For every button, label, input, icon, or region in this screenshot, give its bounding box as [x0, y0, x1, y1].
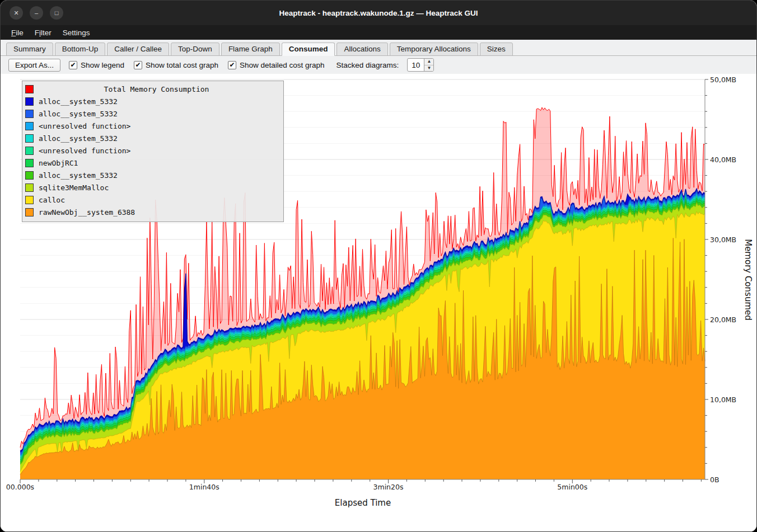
chart-area: 00.000s1min40s3min20s5min00s0B10,0MB20,0…: [1, 74, 757, 532]
tab-caller-callee[interactable]: Caller / Callee: [107, 43, 169, 56]
legend-color-swatch: [25, 147, 34, 155]
minimize-icon: –: [35, 10, 38, 16]
checkbox-label: Show detailed cost graph: [240, 61, 325, 69]
menu-filter[interactable]: Filter: [30, 27, 57, 39]
legend-item-label: <unresolved function>: [39, 147, 130, 155]
checkbox-label: Show legend: [81, 61, 124, 69]
menubar: FileFilterSettings: [1, 25, 756, 40]
tab-bottom-up[interactable]: Bottom-Up: [55, 43, 106, 56]
menu-file[interactable]: File: [6, 27, 29, 39]
legend-item-sqlite3memmalloc: sqlite3MemMalloc: [25, 181, 279, 194]
app-window: ✕–□ Heaptrack - heaptrack.wakunode.1.gz …: [0, 0, 757, 532]
legend-item-alloc-system-5332: alloc__system_5332: [25, 132, 279, 144]
close-button[interactable]: ✕: [10, 6, 23, 20]
checkbox-show-legend[interactable]: ✔Show legend: [69, 61, 124, 69]
tab-sizes[interactable]: Sizes: [480, 43, 513, 56]
spinbox-down-arrow[interactable]: ▼: [424, 65, 433, 72]
svg-text:0B: 0B: [710, 475, 719, 484]
stacked-diagrams-label: Stacked diagrams:: [337, 61, 399, 69]
checkmark-icon: ✔: [69, 61, 77, 69]
legend-item-label: alloc__system_5332: [39, 97, 118, 106]
titlebar: ✕–□ Heaptrack - heaptrack.wakunode.1.gz …: [1, 1, 756, 25]
legend-color-swatch: [25, 196, 34, 204]
maximize-icon: □: [55, 10, 59, 16]
chart-legend: Total Memory Consumption alloc__system_5…: [22, 81, 284, 222]
legend-title-row: Total Memory Consumption: [25, 83, 279, 95]
toolbar: Export As... ✔Show legend✔Show total cos…: [1, 56, 756, 74]
legend-item-calloc: calloc: [25, 194, 279, 206]
legend-item-label: alloc__system_5332: [39, 110, 118, 118]
legend-item-label: sqlite3MemMalloc: [39, 183, 109, 192]
window-controls: ✕–□: [10, 1, 63, 25]
checkbox-label: Show total cost graph: [146, 61, 218, 69]
legend-item-label: calloc: [39, 196, 65, 204]
legend-item-alloc-system-5332: alloc__system_5332: [25, 107, 279, 120]
toolbar-checkboxes: ✔Show legend✔Show total cost graph✔Show …: [69, 61, 325, 69]
legend-item-newobjrc1: newObjRC1: [25, 157, 279, 169]
tab-top-down[interactable]: Top-Down: [171, 43, 219, 56]
legend-item-alloc-system-5332: alloc__system_5332: [25, 95, 279, 107]
legend-items: alloc__system_5332alloc__system_5332<unr…: [25, 95, 279, 218]
legend-item-label: newObjRC1: [39, 159, 78, 167]
checkbox-show-detailed-cost-graph[interactable]: ✔Show detailed cost graph: [228, 61, 325, 69]
legend-item-label: alloc__system_5332: [39, 171, 118, 180]
export-as-button[interactable]: Export As...: [8, 59, 60, 72]
legend-color-swatch: [25, 183, 34, 192]
svg-text:30,0MB: 30,0MB: [710, 236, 736, 244]
legend-color-swatch: [25, 134, 34, 143]
legend-title: Total Memory Consumption: [34, 85, 279, 93]
svg-text:Memory Consumed: Memory Consumed: [743, 239, 753, 321]
legend-color-swatch: [25, 159, 34, 167]
legend-color-swatch: [25, 171, 34, 180]
spinbox-up-arrow[interactable]: ▲: [424, 59, 433, 65]
svg-text:10,0MB: 10,0MB: [710, 396, 736, 404]
legend-item-label: rawNewObj__system_6388: [39, 208, 135, 216]
svg-text:00.000s: 00.000s: [6, 483, 34, 491]
minimize-button[interactable]: –: [30, 6, 43, 20]
legend-swatch-total: [25, 85, 34, 93]
legend-item-label: <unresolved function>: [39, 122, 130, 130]
tab-consumed[interactable]: Consumed: [282, 43, 335, 56]
checkmark-icon: ✔: [228, 61, 236, 69]
svg-text:50,0MB: 50,0MB: [710, 76, 736, 84]
legend-item-alloc-system-5332: alloc__system_5332: [25, 169, 279, 181]
checkbox-show-total-cost-graph[interactable]: ✔Show total cost graph: [134, 61, 218, 69]
legend-item-label: alloc__system_5332: [39, 134, 118, 143]
tab-flame-graph[interactable]: Flame Graph: [221, 43, 280, 56]
tab-allocations[interactable]: Allocations: [337, 43, 387, 56]
legend-color-swatch: [25, 97, 34, 106]
maximize-button[interactable]: □: [50, 6, 63, 20]
svg-text:40,0MB: 40,0MB: [710, 156, 736, 164]
tab-summary[interactable]: Summary: [6, 43, 53, 56]
svg-text:3min20s: 3min20s: [373, 483, 404, 491]
checkmark-icon: ✔: [134, 61, 142, 69]
svg-text:Elapsed Time: Elapsed Time: [335, 498, 391, 508]
stacked-diagrams-spinbox[interactable]: 10 ▲ ▼: [407, 58, 434, 72]
legend-item-unresolved-function: <unresolved function>: [25, 144, 279, 157]
svg-text:20,0MB: 20,0MB: [710, 316, 736, 324]
spinbox-value: 10: [408, 59, 424, 71]
spinbox-buttons: ▲ ▼: [424, 59, 433, 71]
svg-text:5min00s: 5min00s: [557, 483, 587, 491]
close-icon: ✕: [13, 10, 18, 16]
svg-text:1min40s: 1min40s: [189, 483, 219, 491]
tab-bar: SummaryBottom-UpCaller / CalleeTop-DownF…: [1, 40, 756, 56]
window-title: Heaptrack - heaptrack.wakunode.1.gz — He…: [1, 9, 756, 17]
legend-item-rawnewobj-system-6388: rawNewObj__system_6388: [25, 206, 279, 218]
legend-item-unresolved-function: <unresolved function>: [25, 120, 279, 132]
legend-color-swatch: [25, 110, 34, 118]
legend-color-swatch: [25, 122, 34, 130]
legend-color-swatch: [25, 208, 34, 216]
tab-temporary-allocations[interactable]: Temporary Allocations: [390, 43, 478, 56]
menu-settings[interactable]: Settings: [58, 27, 95, 39]
